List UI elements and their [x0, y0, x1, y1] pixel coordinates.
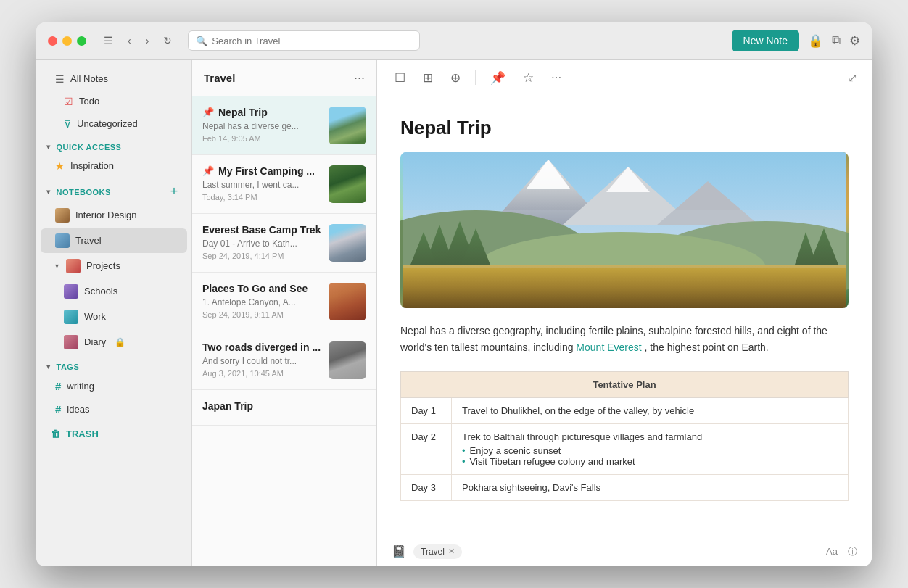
sidebar-todo-label: Todo	[79, 96, 99, 107]
travel-thumbnail	[55, 233, 70, 248]
list-icon: ☰	[55, 73, 65, 85]
day2-description: Trek to Balthali through picturesque vil…	[452, 424, 849, 475]
sidebar-notebook-diary[interactable]: Diary 🔒	[41, 330, 187, 355]
tag-chip-travel: Travel ✕	[413, 544, 462, 559]
add-tool-icon[interactable]: ⊕	[447, 67, 463, 88]
back-icon[interactable]: ‹	[123, 33, 136, 49]
forward-icon[interactable]: ›	[141, 33, 154, 49]
note-item-everest-header: Everest Base Camp Trek	[202, 224, 321, 236]
search-icon: 🔍	[196, 36, 207, 46]
note-item-nepal-trip[interactable]: 📌 Nepal Trip Nepal has a diverse ge... F…	[192, 96, 376, 155]
notes-list-more-button[interactable]: ···	[354, 70, 365, 86]
editor-title: Nepal Trip	[400, 117, 849, 139]
svg-rect-9	[403, 265, 846, 308]
day1-label: Day 1	[401, 398, 452, 424]
quick-access-arrow[interactable]: ▾	[46, 143, 51, 151]
note-item-nepal-title: Nepal Trip	[218, 107, 268, 118]
note-item-roads-preview: And sorry I could not tr...	[202, 356, 321, 366]
diary-thumbnail	[64, 335, 78, 349]
note-item-everest[interactable]: Everest Base Camp Trek Day 01 - Arrive t…	[192, 214, 376, 273]
sidebar-notebook-schools[interactable]: Schools	[41, 279, 187, 304]
minimize-button[interactable]	[62, 36, 72, 46]
schools-label: Schools	[84, 286, 117, 297]
day1-description: Travel to Dhulikhel, on the edge of the …	[452, 398, 849, 424]
sidebar-notebook-work[interactable]: Work	[41, 305, 187, 329]
sidebar-notebook-projects[interactable]: ▾ Projects	[41, 254, 187, 278]
new-note-button[interactable]: New Note	[732, 30, 799, 51]
note-item-japan-header: Japan Trip	[202, 400, 366, 412]
more-tool-icon[interactable]: ···	[548, 67, 564, 88]
notes-list: Travel ··· 📌 Nepal Trip Nepal has a dive…	[192, 60, 377, 566]
note-item-japan[interactable]: Japan Trip	[192, 390, 376, 426]
travel-label: Travel	[75, 235, 102, 246]
sidebar-notebook-interior[interactable]: Interior Design	[41, 203, 187, 228]
toolbar-separator	[475, 70, 476, 85]
expand-icon[interactable]: ⤢	[848, 71, 857, 85]
tag-chip-close[interactable]: ✕	[448, 547, 455, 556]
app-window: ☰ ‹ › ↻ 🔍 New Note 🔒 ⧉ ⚙ ☰ All Notes ☑	[36, 22, 872, 566]
notebook-icon: 📓	[392, 544, 406, 558]
note-item-roads-text: Two roads diverged in ... And sorry I co…	[202, 341, 321, 378]
note-item-places[interactable]: Places To Go and See 1. Antelope Canyon,…	[192, 273, 376, 331]
sidebar-item-todo[interactable]: ☑ Todo	[41, 91, 187, 112]
notebooks-arrow[interactable]: ▾	[46, 188, 51, 196]
note-item-camping-header: 📌 My First Camping ...	[202, 165, 321, 177]
font-size-label[interactable]: Aa	[826, 546, 838, 557]
day2-bullet-2: Visit Tibetan refugee colony and market	[462, 456, 838, 467]
tags-arrow[interactable]: ▾	[46, 363, 51, 370]
close-button[interactable]	[48, 36, 57, 46]
search-bar[interactable]: 🔍	[188, 30, 420, 51]
sidebar-all-notes-label: All Notes	[70, 73, 108, 84]
ideas-tag-label: ideas	[67, 404, 89, 415]
tag-chip-label: Travel	[421, 547, 445, 557]
search-input[interactable]	[212, 36, 412, 46]
note-item-everest-text: Everest Base Camp Trek Day 01 - Arrive t…	[202, 224, 321, 260]
note-item-roads-header: Two roads diverged in ...	[202, 341, 321, 353]
sidebar-item-uncategorized[interactable]: ⊽ Uncategorized	[41, 113, 187, 135]
note-item-camping-date: Today, 3:14 PM	[202, 193, 321, 202]
checkbox-tool-icon[interactable]: ☐	[392, 67, 408, 88]
pin-tool-icon[interactable]: 📌	[487, 67, 508, 88]
trash-label: TRASH	[66, 428, 99, 439]
sidebar-item-inspiration[interactable]: ★ Inspiration	[41, 155, 187, 177]
day2-bullet-1: Enjoy a scenic sunset	[462, 445, 838, 456]
star-tool-icon[interactable]: ☆	[520, 67, 537, 88]
trash-icon: 🗑	[51, 428, 60, 439]
note-roads-thumbnail	[329, 341, 366, 379]
editor-body[interactable]: Nepal Trip	[377, 96, 872, 537]
refresh-icon[interactable]: ↻	[159, 33, 176, 49]
notes-list-body: 📌 Nepal Trip Nepal has a diverse ge... F…	[192, 96, 376, 566]
mount-everest-link[interactable]: Mount Everest	[576, 341, 641, 353]
note-item-nepal-preview: Nepal has a diverse ge...	[202, 121, 321, 131]
projects-arrow[interactable]: ▾	[55, 262, 59, 270]
editor-content-paragraph: Nepal has a diverse geography, including…	[400, 323, 849, 357]
main-layout: ☰ All Notes ☑ Todo ⊽ Uncategorized ▾ QUI…	[36, 60, 872, 566]
maximize-button[interactable]	[77, 36, 86, 46]
notes-list-title: Travel	[204, 72, 235, 84]
sidebar-tag-writing[interactable]: # writing	[41, 375, 187, 397]
note-everest-thumbnail	[329, 224, 366, 262]
sidebar-trash[interactable]: 🗑 TRASH	[41, 423, 187, 444]
add-notebook-button[interactable]: +	[167, 185, 181, 199]
settings-icon[interactable]: ⚙	[849, 33, 860, 49]
sidebar-item-all-notes[interactable]: ☰ All Notes	[41, 68, 187, 90]
pin-icon: 📌	[202, 107, 214, 117]
sidebar-toggle-icon[interactable]: ☰	[99, 33, 117, 49]
note-item-roads[interactable]: Two roads diverged in ... And sorry I co…	[192, 331, 376, 390]
titlebar: ☰ ‹ › ↻ 🔍 New Note 🔒 ⧉ ⚙	[36, 22, 872, 60]
diary-label: Diary	[84, 336, 106, 347]
note-editor: ☐ ⊞ ⊕ 📌 ☆ ··· ⤢ Nepal Trip	[377, 60, 872, 566]
work-thumbnail	[64, 310, 78, 324]
note-item-places-header: Places To Go and See	[202, 283, 321, 294]
info-icon[interactable]: ⓘ	[848, 545, 857, 558]
sidebar-uncategorized-label: Uncategorized	[77, 118, 138, 129]
projects-label: Projects	[86, 260, 120, 271]
lock-icon[interactable]: 🔒	[808, 33, 823, 49]
sidebar-notebook-travel[interactable]: Travel	[41, 228, 187, 253]
note-item-camping[interactable]: 📌 My First Camping ... Last summer, I we…	[192, 155, 376, 214]
copy-icon[interactable]: ⧉	[832, 33, 841, 48]
image-tool-icon[interactable]: ⊞	[420, 67, 436, 88]
sidebar-tag-ideas[interactable]: # ideas	[41, 398, 187, 421]
editor-toolbar: ☐ ⊞ ⊕ 📌 ☆ ··· ⤢	[377, 60, 872, 96]
note-item-places-preview: 1. Antelope Canyon, A...	[202, 297, 321, 307]
